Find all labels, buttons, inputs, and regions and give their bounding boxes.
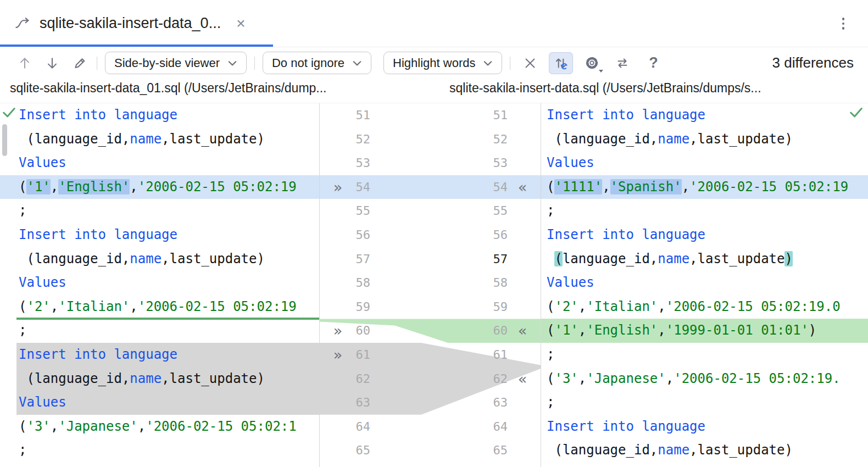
line-number-right: 62 — [487, 367, 508, 391]
apply-change-left-chevron[interactable]: » — [326, 319, 349, 343]
line-number-left: 55 — [349, 199, 370, 223]
code-token: 'Italian' — [586, 299, 658, 314]
code-token: ,last_update) — [162, 371, 265, 386]
line-number-right: 63 — [487, 391, 508, 415]
code-line-left[interactable]: Insert into language — [0, 223, 319, 247]
code-token: '2006-02-15 05:02:19. — [674, 371, 840, 386]
gutter-row: »5454« — [320, 175, 541, 199]
code-line-right[interactable]: (language_id,name,last_update) — [541, 247, 868, 271]
settings-gear-icon[interactable] — [580, 52, 604, 74]
code-line-right[interactable]: ('2','Italian','2006-02-15 05:02:19.0 — [541, 295, 868, 319]
code-line-right[interactable]: ; — [541, 391, 868, 415]
code-line-left[interactable]: ; — [0, 438, 319, 463]
code-token: ; — [19, 442, 26, 458]
code-line-right[interactable]: ('1111','Spanish','2006-02-15 05:02:19 — [541, 175, 868, 199]
swap-sides-icon[interactable] — [610, 52, 635, 74]
code-token: , — [666, 371, 674, 386]
code-line-left[interactable]: Values — [0, 391, 319, 415]
code-token: '1111' — [554, 179, 602, 194]
code-token: , — [51, 179, 58, 194]
code-line-left[interactable]: ('2','Italian','2006-02-15 05:02:19 — [0, 295, 319, 319]
apply-change-right-chevron[interactable]: « — [508, 367, 537, 391]
apply-change-right-chevron[interactable]: « — [508, 175, 537, 199]
code-line-left[interactable]: ('3','Japanese','2006-02-15 05:02:1 — [0, 415, 319, 439]
code-token: Values — [547, 275, 594, 290]
help-icon[interactable]: ? — [641, 52, 665, 74]
next-difference-icon[interactable] — [43, 53, 62, 74]
synchronize-scrolling-icon[interactable] — [549, 52, 573, 74]
apply-change-right-chevron[interactable]: « — [508, 319, 537, 343]
left-pane: Insert into language (language_id,name,l… — [0, 103, 319, 467]
code-line-right[interactable]: Insert into language — [541, 415, 868, 439]
code-token: Values — [19, 275, 66, 290]
code-line-right[interactable]: ; — [541, 343, 868, 367]
code-line-right[interactable]: ('1','English','1999-01-01 01:01') — [541, 319, 868, 343]
code-text: ; — [19, 323, 26, 338]
apply-change-left-chevron[interactable]: » — [326, 343, 349, 367]
chevron-down-icon — [483, 59, 493, 67]
right-pane: Insert into language (language_id,name,l… — [541, 103, 868, 467]
code-line-left[interactable]: ('1','English','2006-02-15 05:02:19 — [0, 175, 319, 199]
gutter-row: »5757« — [320, 247, 541, 271]
code-token: (language_id, — [19, 131, 130, 147]
whitespace-policy-dropdown[interactable]: Do not ignore — [263, 52, 371, 74]
code-text: (language_id,name,last_update) — [19, 131, 265, 147]
close-icon[interactable]: × — [236, 16, 245, 31]
code-line-left[interactable]: Values — [0, 151, 319, 175]
kebab-menu-icon[interactable] — [835, 15, 852, 32]
code-text: Values — [547, 275, 594, 290]
code-token: , — [130, 179, 137, 194]
code-line-right[interactable]: Values — [541, 151, 868, 175]
code-line-left[interactable]: Insert into language — [0, 103, 319, 127]
gutter-spacer — [370, 343, 487, 367]
viewer-mode-dropdown[interactable]: Side-by-side viewer — [105, 52, 247, 74]
code-token: Insert into language — [19, 107, 177, 123]
code-text: ; — [547, 203, 554, 218]
code-line-left[interactable]: Values — [0, 271, 319, 295]
gutter-spacer — [370, 438, 487, 463]
code-token: ,last_update — [689, 251, 784, 266]
code-text: Insert into language — [547, 227, 705, 242]
whitespace-policy-label: Do not ignore — [272, 56, 344, 70]
code-token: '2006-02-15 05:02:19 — [138, 299, 297, 314]
left-file-path: sqlite-sakila-insert-data_01.sql (/Users… — [10, 81, 327, 96]
collapse-unchanged-icon[interactable] — [518, 52, 542, 74]
code-line-left[interactable]: ; — [0, 199, 319, 223]
code-line-right[interactable]: ('3','Japanese','2006-02-15 05:02:19. — [541, 367, 868, 391]
line-number-right: 54 — [487, 175, 508, 199]
code-token: (language_id, — [19, 251, 130, 266]
code-line-right[interactable]: Insert into language — [541, 103, 868, 127]
line-number-left: 64 — [349, 415, 370, 439]
gutter-spacer — [370, 319, 487, 343]
code-line-left[interactable]: (language_id,name,last_update) — [0, 247, 319, 271]
code-token: 'Spanish' — [610, 179, 682, 194]
code-line-right[interactable]: Values — [541, 271, 868, 295]
code-line-right[interactable]: ; — [541, 199, 868, 223]
code-line-left[interactable]: (language_id,name,last_update) — [0, 367, 319, 391]
edit-icon[interactable] — [70, 53, 89, 74]
code-line-right[interactable]: (language_id,name,last_update) — [541, 438, 868, 463]
code-line-right[interactable]: (language_id,name,last_update) — [541, 127, 868, 152]
code-line-left[interactable]: ; — [0, 319, 319, 343]
code-line-left[interactable]: (language_id,name,last_update) — [0, 127, 319, 152]
scrollbar-thumb[interactable] — [2, 124, 7, 156]
gutter-spacer — [370, 103, 487, 127]
code-token: name — [130, 251, 162, 266]
tab-diff-file[interactable]: sqlite-sakila-insert-data_0... × — [0, 0, 259, 47]
diff-toolbar: Side-by-side viewer Do not ignore Highli… — [0, 47, 868, 79]
code-line-left[interactable]: Insert into language — [0, 343, 319, 367]
line-number-left: 61 — [349, 343, 370, 367]
line-number-right: 55 — [487, 199, 508, 223]
gutter-row: »5151« — [320, 103, 541, 127]
line-number-left: 59 — [349, 295, 370, 319]
code-token: Values — [19, 394, 66, 410]
line-number-left: 65 — [349, 438, 370, 463]
gutter-spacer — [370, 271, 487, 295]
apply-change-left-chevron[interactable]: » — [326, 175, 349, 199]
code-token: ( — [547, 371, 554, 386]
previous-difference-icon[interactable] — [15, 53, 34, 74]
viewer-mode-label: Side-by-side viewer — [114, 56, 220, 70]
code-line-right[interactable]: Insert into language — [541, 223, 868, 247]
code-token: ) — [784, 251, 792, 266]
highlight-mode-dropdown[interactable]: Highlight words — [383, 52, 502, 74]
